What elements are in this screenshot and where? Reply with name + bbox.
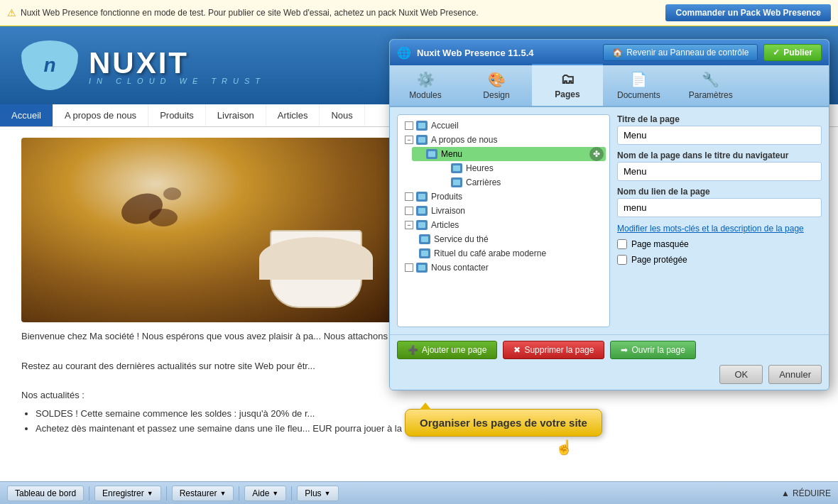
footer-top-buttons: ➕ Ajouter une page ✖ Supprimer la page ➡…: [397, 341, 822, 359]
props-panel: Titre de la page Nom de la page dans le …: [617, 114, 822, 327]
nav-label: Nom de la page dans le titre du navigate…: [617, 150, 822, 160]
lien-group: Nom du lien de la page: [617, 187, 822, 217]
cursor-pointer: ☝: [555, 439, 573, 456]
page-icon-menu: [426, 149, 437, 159]
tab-pages[interactable]: 🗂 Pages: [532, 64, 603, 106]
modal-title: Nuxit Web Presence 11.5.4: [417, 48, 534, 58]
modifier-link-container: Modifier les mots-clés et la description…: [617, 223, 822, 234]
move-arrows[interactable]: ✤: [589, 147, 604, 161]
tree-item-produits[interactable]: Produits: [401, 190, 606, 204]
supprimer-page-btn[interactable]: ✖ Supprimer la page: [503, 341, 604, 359]
expand-apropos[interactable]: −: [405, 136, 413, 144]
modal-app-icon: 🌐: [397, 46, 411, 60]
ouvrir-icon: ➡: [621, 345, 628, 355]
tree-item-carrieres[interactable]: Carrières: [423, 175, 606, 190]
revenir-icon: 🏠: [612, 48, 623, 57]
nav-input[interactable]: [617, 162, 822, 181]
tooltip-bubble: Organiser les pages de votre site: [405, 409, 602, 437]
reduire-btn[interactable]: ▲ RÉDUIRE: [781, 488, 831, 498]
plus-btn[interactable]: Plus: [297, 486, 338, 501]
page-icon-nous-contacter: [416, 263, 428, 273]
page-icon-carrieres: [451, 177, 462, 187]
restaurer-btn[interactable]: Restaurer: [172, 486, 234, 501]
tree-item-nous-contacter[interactable]: Nous contacter: [401, 261, 606, 275]
revenir-btn[interactable]: 🏠 Revenir au Panneau de contrôle: [603, 44, 758, 61]
enregistrer-label: Enregistrer: [102, 488, 144, 498]
expand-articles[interactable]: −: [405, 221, 413, 229]
tree-item-livraison[interactable]: Livraison: [401, 204, 606, 218]
modal-tabs: ⚙️ Modules 🎨 Design 🗂 Pages 📄 Documents …: [390, 65, 829, 107]
page-icon-livraison: [416, 206, 428, 216]
reduire-label: RÉDUIRE: [793, 488, 831, 498]
modifier-mots-cles-link[interactable]: Modifier les mots-clés et la description…: [617, 224, 804, 234]
page-icon-heures: [451, 163, 462, 173]
lien-input[interactable]: [617, 198, 822, 217]
tab-modules[interactable]: ⚙️ Modules: [390, 65, 461, 106]
titre-label: Titre de la page: [617, 114, 822, 124]
tableau-bord-btn[interactable]: Tableau de bord: [7, 486, 84, 501]
page-icon-accueil: [416, 121, 428, 131]
tab-design[interactable]: 🎨 Design: [461, 65, 532, 106]
modal-overlay: 🌐 Nuxit Web Presence 11.5.4 🏠 Revenir au…: [0, 0, 838, 504]
plus-label: Plus: [305, 488, 321, 498]
titre-group: Titre de la page: [617, 114, 822, 145]
aide-btn[interactable]: Aide: [244, 486, 286, 501]
page-icon-produits: [416, 192, 428, 202]
page-masquee-checkbox[interactable]: [617, 239, 627, 249]
page-icon-apropos: [416, 135, 428, 145]
tooltip-text: Organiser les pages de votre site: [420, 417, 587, 429]
parametres-icon: 🔧: [702, 71, 719, 88]
expand-livraison[interactable]: [405, 207, 413, 215]
pages-icon: 🗂: [560, 71, 575, 87]
page-icon-service-the: [419, 234, 430, 244]
ouvrir-page-btn[interactable]: ➡ Ouvrir la page: [610, 341, 695, 359]
modal-footer: ➕ Ajouter une page ✖ Supprimer la page ➡…: [390, 334, 829, 390]
publier-btn[interactable]: ✓ Publier: [763, 44, 822, 61]
tableau-bord-label: Tableau de bord: [15, 488, 76, 498]
page-masquee-row: Page masquée: [617, 239, 822, 249]
bottom-bar: Tableau de bord Enregistrer Restaurer Ai…: [0, 481, 838, 504]
enregistrer-btn[interactable]: Enregistrer: [94, 486, 161, 501]
modules-icon: ⚙️: [417, 71, 435, 88]
tree-item-menu[interactable]: Menu ✤: [412, 147, 606, 161]
aide-label: Aide: [252, 488, 269, 498]
separator-3: [239, 486, 239, 500]
expand-nous-contacter[interactable]: [405, 263, 413, 272]
separator-1: [89, 486, 89, 500]
tree-item-service-the[interactable]: Service du thé: [401, 232, 606, 246]
tree-item-heures[interactable]: Heures: [423, 161, 606, 175]
supprimer-icon: ✖: [513, 345, 521, 355]
page-protegee-row: Page protégée: [617, 255, 822, 265]
ajouter-page-btn[interactable]: ➕ Ajouter une page: [397, 341, 497, 359]
tree-item-rituel-cafe[interactable]: Rituel du café arabe moderne: [401, 246, 606, 261]
reduire-icon: ▲: [781, 488, 790, 498]
modal-title-left: 🌐 Nuxit Web Presence 11.5.4: [397, 46, 534, 60]
tab-parametres[interactable]: 🔧 Paramètres: [675, 65, 747, 106]
tree-item-apropos[interactable]: − A propos de nous: [401, 133, 606, 147]
nav-group: Nom de la page dans le titre du navigate…: [617, 150, 822, 181]
modal-window: 🌐 Nuxit Web Presence 11.5.4 🏠 Revenir au…: [389, 39, 829, 390]
tree-panel: Accueil − A propos de nous Menu ✤: [397, 114, 610, 327]
titre-input[interactable]: [617, 126, 822, 145]
ajouter-icon: ➕: [408, 345, 418, 355]
page-icon-articles: [416, 220, 428, 230]
expand-produits[interactable]: [405, 192, 413, 201]
expand-accueil[interactable]: [405, 121, 413, 130]
modal-title-right: 🏠 Revenir au Panneau de contrôle ✓ Publi…: [603, 44, 822, 61]
lien-label: Nom du lien de la page: [617, 187, 822, 197]
footer-bottom-buttons: OK Annuler: [397, 365, 822, 384]
tree-item-articles[interactable]: − Articles: [401, 218, 606, 232]
modal-body: Accueil − A propos de nous Menu ✤: [390, 107, 829, 334]
ok-btn[interactable]: OK: [719, 365, 763, 384]
design-icon: 🎨: [488, 71, 506, 88]
page-protegee-checkbox[interactable]: [617, 255, 627, 265]
tab-documents[interactable]: 📄 Documents: [603, 65, 675, 106]
publier-icon: ✓: [773, 48, 780, 57]
page-protegee-label: Page protégée: [631, 255, 687, 265]
page-icon-rituel-cafe: [419, 248, 430, 258]
tree-item-accueil[interactable]: Accueil: [401, 119, 606, 133]
restaurer-label: Restaurer: [180, 488, 217, 498]
modal-titlebar: 🌐 Nuxit Web Presence 11.5.4 🏠 Revenir au…: [390, 40, 829, 65]
page-masquee-label: Page masquée: [631, 239, 689, 249]
annuler-btn[interactable]: Annuler: [768, 365, 822, 384]
